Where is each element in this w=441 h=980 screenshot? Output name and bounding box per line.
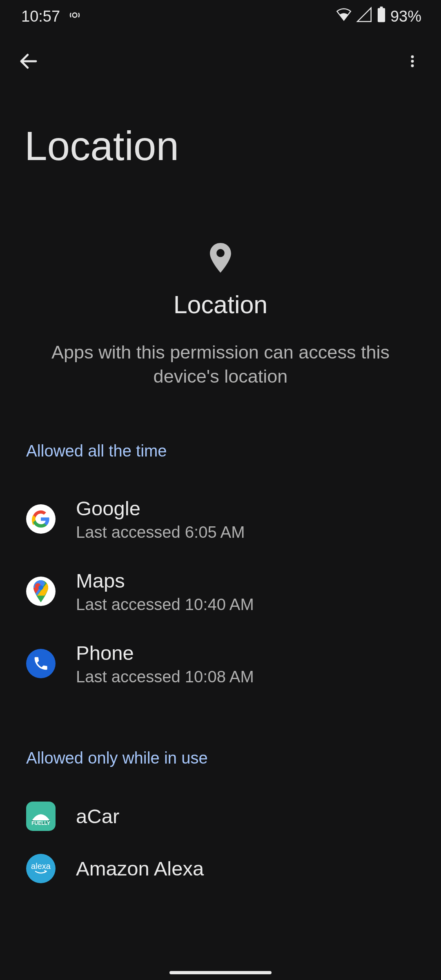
svg-text:FUELLY: FUELLY	[31, 820, 50, 826]
more-button[interactable]	[400, 49, 425, 74]
section-allowed-all: Allowed all the time	[0, 442, 441, 460]
cast-icon	[68, 8, 81, 25]
app-text: Amazon Alexa	[76, 857, 204, 880]
app-row-alexa[interactable]: alexa Amazon Alexa	[0, 842, 441, 895]
svg-point-0	[73, 13, 77, 17]
hero-description: Apps with this permission can access thi…	[33, 340, 408, 389]
svg-text:alexa: alexa	[31, 862, 51, 871]
app-text: Phone Last accessed 10:08 AM	[76, 641, 254, 686]
app-row-phone[interactable]: Phone Last accessed 10:08 AM	[0, 628, 441, 700]
svg-rect-2	[380, 7, 383, 9]
app-name-label: Amazon Alexa	[76, 857, 204, 880]
battery-icon	[376, 7, 386, 27]
gesture-nav-handle[interactable]	[169, 971, 272, 974]
svg-point-6	[38, 586, 43, 590]
page-title: Location	[0, 33, 441, 169]
app-sub-label: Last accessed 10:08 AM	[76, 668, 254, 686]
status-bar: 10:57 93%	[0, 0, 441, 33]
status-right: 93%	[336, 7, 421, 27]
hero-title: Location	[174, 290, 268, 319]
status-left: 10:57	[21, 8, 81, 25]
svg-rect-1	[378, 8, 385, 22]
status-time: 10:57	[21, 8, 60, 25]
app-row-acar[interactable]: FUELLY aCar	[0, 790, 441, 842]
svg-point-3	[411, 55, 414, 58]
app-text: aCar	[76, 805, 119, 828]
arrow-back-icon	[18, 50, 40, 72]
section-allowed-while: Allowed only while in use	[0, 749, 441, 767]
allowed-all-list: Google Last accessed 6:05 AM Maps Last a…	[0, 483, 441, 700]
status-battery-pct: 93%	[390, 8, 421, 25]
app-row-maps[interactable]: Maps Last accessed 10:40 AM	[0, 555, 441, 628]
allowed-while-list: FUELLY aCar alexa Amazon Alexa	[0, 790, 441, 895]
svg-point-5	[411, 65, 414, 67]
google-app-icon	[26, 504, 56, 534]
app-sub-label: Last accessed 10:40 AM	[76, 595, 254, 614]
app-sub-label: Last accessed 6:05 AM	[76, 523, 245, 541]
app-text: Maps Last accessed 10:40 AM	[76, 569, 254, 614]
alexa-app-icon: alexa	[26, 854, 56, 883]
wifi-icon	[336, 7, 352, 27]
app-name-label: Google	[76, 497, 245, 520]
app-name-label: aCar	[76, 805, 119, 828]
maps-app-icon	[26, 577, 56, 606]
app-text: Google Last accessed 6:05 AM	[76, 497, 245, 541]
fuelly-app-icon: FUELLY	[26, 802, 56, 831]
back-button[interactable]	[16, 49, 41, 74]
more-vert-icon	[405, 51, 420, 71]
app-name-label: Maps	[76, 569, 254, 592]
app-row-google[interactable]: Google Last accessed 6:05 AM	[0, 483, 441, 555]
phone-app-icon	[26, 649, 56, 678]
app-name-label: Phone	[76, 641, 254, 664]
location-pin-icon	[208, 243, 233, 275]
svg-point-4	[411, 60, 414, 63]
signal-icon	[356, 7, 372, 27]
hero-section: Location Apps with this permission can a…	[0, 169, 441, 389]
